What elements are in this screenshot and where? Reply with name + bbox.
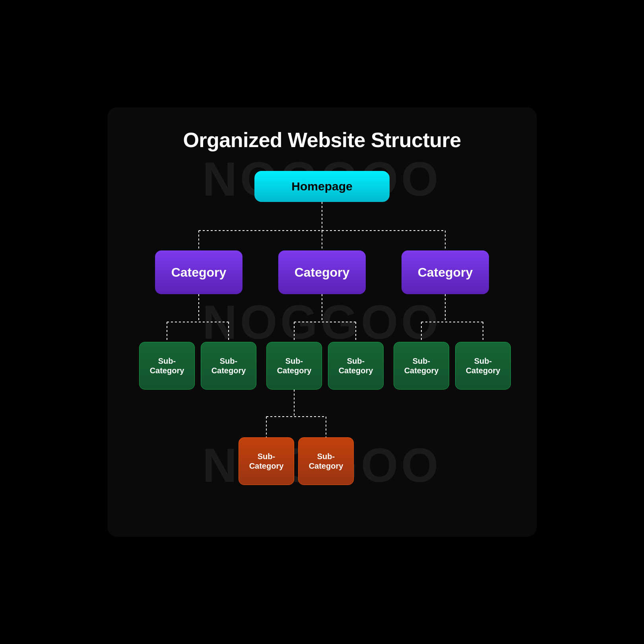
subcategory-node-3: Sub-Category bbox=[266, 342, 322, 390]
diagram: Homepage Category Category Category Sub-… bbox=[131, 171, 513, 537]
category-node-1: Category bbox=[155, 250, 242, 294]
subcategory-node-5: Sub-Category bbox=[394, 342, 449, 390]
category-node-3: Category bbox=[402, 250, 489, 294]
main-canvas: NOGGOO NOGGOO NOGGOO Organized Website S… bbox=[107, 107, 537, 537]
subcategory-node-2: Sub-Category bbox=[201, 342, 256, 390]
subcategory-node-8: Sub-Category bbox=[298, 437, 354, 485]
subcategory-node-1: Sub-Category bbox=[139, 342, 195, 390]
subcategory-node-7: Sub-Category bbox=[239, 437, 294, 485]
subcategory-node-6: Sub-Category bbox=[455, 342, 511, 390]
content-area: Organized Website Structure bbox=[107, 107, 537, 537]
homepage-node: Homepage bbox=[254, 171, 390, 202]
subcategory-node-4: Sub-Category bbox=[328, 342, 384, 390]
category-node-2: Category bbox=[278, 250, 366, 294]
page-title: Organized Website Structure bbox=[183, 128, 461, 152]
